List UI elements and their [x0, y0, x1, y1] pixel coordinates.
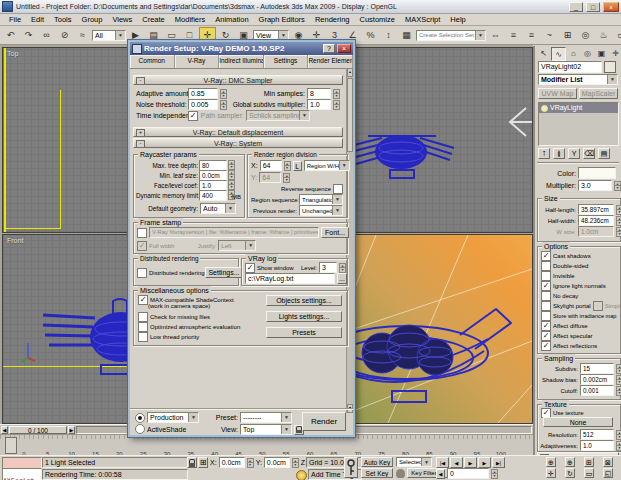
rollout-default-displacement[interactable]: +V-Ray:: Default displacement	[133, 127, 343, 137]
dr-settings-button[interactable]: Settings...	[205, 267, 243, 278]
presets-button[interactable]: Presets	[266, 327, 342, 338]
view-dropdown[interactable]: Top▼	[240, 424, 292, 435]
configure-modifier-icon[interactable]: ▤	[598, 148, 610, 159]
material-editor-icon[interactable]: ◎	[577, 27, 594, 44]
tab-create-icon[interactable]: ↖	[537, 47, 550, 59]
curve-editor-icon[interactable]: ~	[541, 27, 558, 44]
selection-filter-dropdown[interactable]: All▼	[92, 30, 126, 41]
tab-modify-icon[interactable]: ∿	[551, 47, 566, 61]
multiplier-field[interactable]: 3.0	[578, 180, 612, 191]
spinner[interactable]: ▴▾	[339, 263, 346, 273]
set-key-button[interactable]: Set Key	[361, 468, 393, 478]
time-independent-checkbox[interactable]: ✓	[188, 111, 198, 121]
go-to-start-icon[interactable]: |◀	[436, 457, 449, 468]
texture-none-button[interactable]: None	[543, 417, 613, 427]
scrollbar-thumb[interactable]	[347, 78, 353, 152]
spinner[interactable]: ▴▾	[616, 430, 621, 440]
dialog-tab[interactable]: Render Elements	[308, 55, 353, 68]
viewport-label[interactable]: Front	[7, 237, 23, 244]
light-color-swatch[interactable]	[578, 167, 616, 179]
track-bar[interactable]: 0510152025303540455055606570758085909510…	[0, 434, 533, 456]
spinner[interactable]: ▴▾	[616, 375, 621, 385]
object-name-field[interactable]: VRayLight02	[538, 61, 602, 73]
spinner[interactable]: ▴▾	[616, 227, 621, 237]
pan-icon[interactable]: ✛	[546, 468, 556, 478]
spinner[interactable]: ▴▾	[283, 173, 290, 183]
production-dropdown[interactable]: Production▼	[147, 412, 199, 423]
key-mode-icon[interactable]: ◀	[436, 469, 445, 479]
zoom-extents-all-icon[interactable]: ⊠	[603, 457, 613, 467]
menu-item[interactable]: Rendering	[310, 15, 355, 24]
mapscaler-button[interactable]: MapScaler	[579, 88, 618, 99]
missing-files-checkbox[interactable]	[138, 312, 148, 322]
subdivs-field[interactable]: 15	[580, 363, 614, 374]
skylight-portal-checkbox[interactable]	[541, 301, 551, 311]
render-button[interactable]: Render	[302, 412, 346, 431]
full-width-checkbox[interactable]: ✓	[137, 241, 147, 251]
selection-lock-icon[interactable]	[187, 457, 197, 468]
current-frame-field[interactable]: 0	[447, 468, 489, 479]
rollout-dmc-sampler[interactable]: -V-Ray:: DMC Sampler	[133, 75, 343, 85]
menu-item[interactable]: Edit	[26, 15, 49, 24]
optimized-atmospherics-checkbox[interactable]	[138, 322, 148, 332]
shadecontext-checkbox[interactable]: ✓	[138, 295, 148, 305]
menu-item[interactable]: MAXScript	[400, 15, 445, 24]
make-unique-icon[interactable]: Y	[568, 148, 580, 159]
previous-render-dropdown[interactable]: Unchanged▼	[299, 205, 343, 216]
time-slider-handle[interactable]: 0 / 100	[9, 426, 67, 434]
named-selection-set-dropdown[interactable]: Create Selection Set▼	[416, 30, 486, 41]
percent-snap-icon[interactable]: %	[362, 27, 379, 44]
vraylight-shape[interactable]	[4, 48, 6, 232]
play-icon[interactable]: ▶	[464, 457, 477, 468]
simple-checkbox[interactable]	[593, 301, 603, 311]
invisible-checkbox[interactable]	[541, 271, 551, 281]
spinner[interactable]: ▴▾	[220, 100, 227, 110]
affect-specular-checkbox[interactable]: ✓	[541, 331, 551, 341]
y-coordinate-field[interactable]: 0.0cm	[264, 457, 290, 468]
modifier-list-dropdown[interactable]: Modifier List▼	[538, 74, 618, 85]
log-path-field[interactable]: c:\VRayLog.txt	[245, 273, 335, 284]
menu-item[interactable]: Tools	[49, 15, 77, 24]
cast-shadows-checkbox[interactable]: ✓	[541, 251, 551, 261]
adaptiveness-field[interactable]: 1.0	[580, 440, 614, 451]
edit-selsets-icon[interactable]: ▦	[398, 27, 415, 44]
vraylight-shape[interactable]	[60, 90, 61, 228]
region-y-field[interactable]: 64	[259, 172, 281, 183]
redo-icon[interactable]: ↷	[20, 27, 37, 44]
menu-item[interactable]: Animation	[210, 15, 253, 24]
half-length-field[interactable]: 35.897cm	[578, 204, 614, 215]
activeshade-radio[interactable]	[135, 424, 145, 434]
spinner[interactable]: ▴▾	[616, 386, 621, 396]
close-button[interactable]: ×	[603, 2, 619, 12]
tab-motion-icon[interactable]: ◎	[581, 47, 594, 59]
store-irradiance-checkbox[interactable]	[541, 311, 551, 321]
shadow-bias-field[interactable]: 0.002cm	[580, 374, 614, 385]
dialog-title-bar[interactable]: Render Setup: V-Ray DEMO 1.50.SP2 ? ×	[130, 42, 353, 55]
zoom-all-icon[interactable]: ⊕	[565, 457, 575, 467]
default-geometry-dropdown[interactable]: Auto▼	[200, 203, 236, 214]
log-level-field[interactable]: 3	[319, 262, 337, 273]
tab-hierarchy-icon[interactable]: ⌂	[567, 47, 580, 59]
auto-key-button[interactable]: Auto Key	[361, 457, 393, 467]
zoom-extents-icon[interactable]: ⊞	[584, 457, 594, 467]
objects-settings-button[interactable]: Objects settings...	[266, 295, 342, 306]
mirror-icon[interactable]: ⇔	[487, 27, 504, 44]
tab-display-icon[interactable]: ▣	[595, 47, 608, 59]
viewport-perspective[interactable]	[347, 234, 533, 424]
render-setup-icon[interactable]: ♨	[595, 27, 612, 44]
remove-modifier-icon[interactable]: ⌫	[583, 148, 595, 159]
link-icon[interactable]: ∞	[38, 27, 55, 44]
reverse-sequence-checkbox[interactable]	[333, 184, 343, 194]
distributed-rendering-checkbox[interactable]	[137, 268, 147, 278]
spinner[interactable]: ▴▾	[491, 469, 498, 479]
layers-icon[interactable]: ≡	[523, 27, 540, 44]
stack-item-vraylight[interactable]: VRayLight	[539, 103, 618, 113]
menu-item[interactable]: Customize	[354, 15, 399, 24]
menu-item[interactable]: Help	[445, 15, 470, 24]
uvw-map-button[interactable]: UVW Map	[538, 88, 577, 99]
path-sampler-dropdown[interactable]: Schlick sampling▼	[246, 110, 310, 121]
spinner[interactable]: ▴▾	[220, 89, 227, 99]
spinner[interactable]: ▴▾	[333, 89, 340, 99]
menu-item[interactable]: Group	[77, 15, 108, 24]
absolute-mode-icon[interactable]: ⊞	[198, 457, 208, 468]
